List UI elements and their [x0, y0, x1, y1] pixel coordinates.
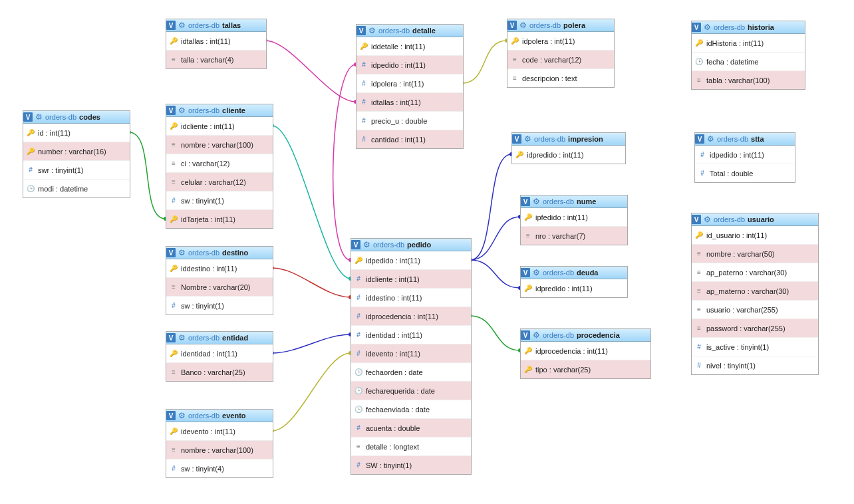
column-row[interactable]: ≡nro : varchar(7): [521, 227, 627, 245]
column-row[interactable]: 🔑idevento : int(11): [166, 422, 273, 441]
column-row[interactable]: ≡talla : varchar(4): [166, 51, 266, 68]
column-row[interactable]: #acuenta : double: [351, 419, 471, 438]
table-header[interactable]: v⚙orders-dbnume: [521, 195, 627, 208]
column-row[interactable]: ≡tabla : varchar(100): [692, 71, 805, 89]
column-row[interactable]: #sw : tinyint(1): [166, 297, 273, 315]
table-header[interactable]: v⚙orders-dbusuario: [692, 213, 818, 226]
table-destino[interactable]: v⚙orders-dbdestino🔑iddestino : int(11)≡N…: [166, 246, 273, 315]
column-row[interactable]: #sw : tinyint(1): [166, 191, 273, 210]
column-row[interactable]: 🔑id : int(11): [23, 124, 130, 142]
table-usuario[interactable]: v⚙orders-dbusuario🔑id_usuario : int(11)≡…: [691, 213, 819, 375]
gear-icon[interactable]: ⚙: [533, 197, 540, 206]
column-row[interactable]: 🔑idpedido : int(11): [351, 251, 471, 270]
column-row[interactable]: ≡code : varchar(12): [507, 51, 614, 69]
column-row[interactable]: ≡descripcion : text: [507, 69, 614, 87]
table-entidad[interactable]: v⚙orders-dbentidad🔑identidad : int(11)≡B…: [166, 331, 273, 382]
gear-icon[interactable]: ⚙: [178, 411, 186, 420]
column-row[interactable]: ≡password : varchar(255): [692, 319, 818, 338]
table-header[interactable]: v⚙orders-dbentidad: [166, 332, 273, 344]
column-row[interactable]: ≡Banco : varchar(25): [166, 363, 273, 381]
gear-icon[interactable]: ⚙: [363, 240, 370, 249]
column-row[interactable]: 🕒fechaorden : date: [351, 363, 471, 382]
column-row[interactable]: 🕒modi : datetime: [23, 180, 130, 197]
column-row[interactable]: 🔑number : varchar(16): [23, 142, 130, 161]
table-header[interactable]: v⚙orders-dbdetalle: [356, 25, 463, 37]
column-row[interactable]: ≡ap_materno : varchar(30): [692, 282, 818, 301]
gear-icon[interactable]: ⚙: [524, 134, 531, 144]
column-row[interactable]: #Total : double: [695, 164, 795, 182]
gear-icon[interactable]: ⚙: [178, 248, 186, 257]
table-stta[interactable]: v⚙orders-dbstta#idpedido : int(11)#Total…: [694, 132, 795, 183]
table-header[interactable]: v⚙orders-dbhistoria: [692, 21, 805, 34]
table-evento[interactable]: v⚙orders-dbevento🔑idevento : int(11)≡nom…: [166, 409, 273, 478]
table-header[interactable]: v⚙orders-dbimpresion: [512, 133, 625, 146]
table-header[interactable]: v⚙orders-dbdeuda: [521, 267, 627, 279]
column-row[interactable]: #idpedido : int(11): [356, 56, 463, 74]
column-row[interactable]: #nivel : tinyint(1): [692, 356, 818, 374]
column-row[interactable]: ≡usuario : varchar(255): [692, 301, 818, 319]
table-impresion[interactable]: v⚙orders-dbimpresion🔑idpredido : int(11): [511, 132, 626, 164]
column-row[interactable]: #SW : tinyint(1): [351, 456, 471, 474]
table-header[interactable]: v⚙orders-dbdestino: [166, 247, 273, 259]
column-row[interactable]: #idpolera : int(11): [356, 74, 463, 93]
table-cliente[interactable]: v⚙orders-dbcliente🔑idcliente : int(11)≡n…: [166, 104, 273, 229]
gear-icon[interactable]: ⚙: [519, 21, 527, 30]
column-row[interactable]: 🔑iddetalle : int(11): [356, 37, 463, 56]
table-header[interactable]: v⚙orders-dbcliente: [166, 104, 273, 117]
table-procedencia[interactable]: v⚙orders-dbprocedencia🔑idprocedencia : i…: [520, 328, 651, 379]
column-row[interactable]: 🔑idprocedencia : int(11): [521, 342, 650, 360]
table-header[interactable]: v⚙orders-dbevento: [166, 410, 273, 422]
gear-icon[interactable]: ⚙: [178, 21, 186, 30]
table-header[interactable]: v⚙orders-dbtallas: [166, 19, 266, 32]
table-header[interactable]: v⚙orders-dbpolera: [507, 19, 614, 32]
column-row[interactable]: 🔑idHistoria : int(11): [692, 34, 805, 53]
column-row[interactable]: 🔑tipo : varchar(25): [521, 360, 650, 378]
column-row[interactable]: ≡nombre : varchar(100): [166, 441, 273, 459]
column-row[interactable]: #swr : tinyint(1): [23, 161, 130, 180]
column-row[interactable]: 🔑identidad : int(11): [166, 344, 273, 363]
gear-icon[interactable]: ⚙: [178, 333, 186, 342]
table-codes[interactable]: v⚙orders-dbcodes🔑id : int(11)🔑number : v…: [23, 110, 130, 198]
table-pedido[interactable]: v⚙orders-dbpedido🔑idpedido : int(11)#idc…: [351, 238, 472, 475]
column-row[interactable]: 🔑ipfedido : int(11): [521, 208, 627, 227]
column-row[interactable]: ≡nombre : varchar(50): [692, 245, 818, 263]
table-tallas[interactable]: v⚙orders-dbtallas🔑idtallas : int(11)≡tal…: [166, 19, 267, 69]
column-row[interactable]: #cantidad : int(11): [356, 130, 463, 148]
column-row[interactable]: #idprocedencia : int(11): [351, 307, 471, 326]
column-row[interactable]: 🔑id_usuario : int(11): [692, 226, 818, 245]
gear-icon[interactable]: ⚙: [35, 112, 43, 122]
table-header[interactable]: v⚙orders-dbcodes: [23, 111, 130, 124]
column-row[interactable]: #identidad : int(11): [351, 326, 471, 344]
gear-icon[interactable]: ⚙: [178, 106, 186, 115]
column-row[interactable]: 🕒fecha : datetime: [692, 53, 805, 71]
table-polera[interactable]: v⚙orders-dbpolera🔑idpolera : int(11)≡cod…: [507, 19, 615, 88]
table-detalle[interactable]: v⚙orders-dbdetalle🔑iddetalle : int(11)#i…: [356, 24, 464, 149]
gear-icon[interactable]: ⚙: [533, 268, 540, 277]
column-row[interactable]: #idevento : int(11): [351, 344, 471, 363]
column-row[interactable]: ≡Nombre : varchar(20): [166, 278, 273, 297]
table-header[interactable]: v⚙orders-dbprocedencia: [521, 329, 650, 342]
table-deuda[interactable]: v⚙orders-dbdeuda🔑idpredido : int(11): [520, 266, 628, 298]
gear-icon[interactable]: ⚙: [368, 26, 376, 35]
table-header[interactable]: v⚙orders-dbpedido: [351, 239, 471, 251]
gear-icon[interactable]: ⚙: [533, 330, 540, 340]
column-row[interactable]: 🔑idTarjeta : int(11): [166, 210, 273, 228]
column-row[interactable]: #precio_u : double: [356, 112, 463, 130]
gear-icon[interactable]: ⚙: [704, 215, 711, 224]
column-row[interactable]: #idtallas : int(11): [356, 93, 463, 112]
column-row[interactable]: 🕒fecharequerida : date: [351, 382, 471, 400]
column-row[interactable]: ≡ci : varchar(12): [166, 154, 273, 173]
column-row[interactable]: #iddestino : int(11): [351, 289, 471, 307]
column-row[interactable]: 🔑iddestino : int(11): [166, 259, 273, 278]
gear-icon[interactable]: ⚙: [707, 134, 714, 144]
column-row[interactable]: ≡celular : varchar(12): [166, 173, 273, 191]
column-row[interactable]: 🕒fechaenviada : date: [351, 400, 471, 419]
table-header[interactable]: v⚙orders-dbstta: [695, 133, 795, 146]
column-row[interactable]: 🔑idpredido : int(11): [512, 146, 625, 164]
column-row[interactable]: #idcliente : int(11): [351, 270, 471, 289]
column-row[interactable]: #sw : tinyint(4): [166, 459, 273, 477]
column-row[interactable]: 🔑idpolera : int(11): [507, 32, 614, 51]
table-historia[interactable]: v⚙orders-dbhistoria🔑idHistoria : int(11)…: [691, 21, 805, 90]
table-nume[interactable]: v⚙orders-dbnume🔑ipfedido : int(11)≡nro :…: [520, 195, 628, 245]
column-row[interactable]: ≡ap_paterno : varchar(30): [692, 263, 818, 282]
